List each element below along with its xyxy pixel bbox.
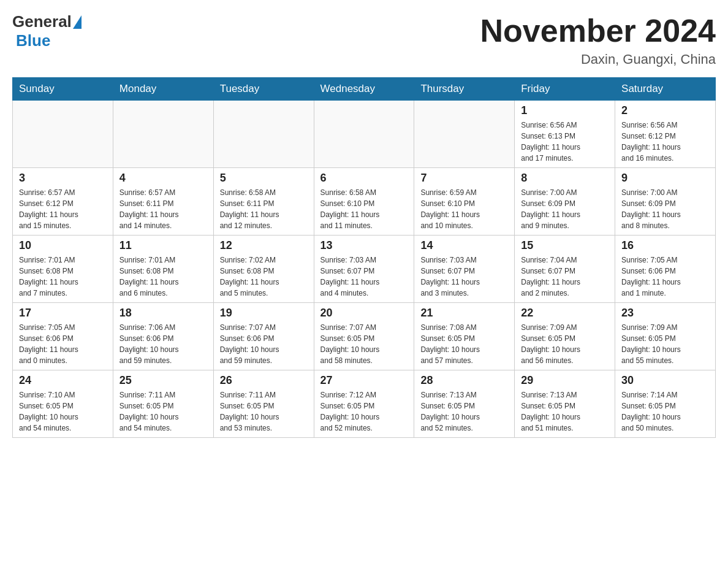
day-info: Sunrise: 7:07 AMSunset: 6:05 PMDaylight:… <box>320 322 408 366</box>
day-info: Sunrise: 6:58 AMSunset: 6:10 PMDaylight:… <box>320 187 408 231</box>
calendar-cell: 2Sunrise: 6:56 AMSunset: 6:12 PMDaylight… <box>615 101 716 168</box>
calendar-cell: 12Sunrise: 7:02 AMSunset: 6:08 PMDayligh… <box>213 236 314 303</box>
calendar-cell: 29Sunrise: 7:13 AMSunset: 6:05 PMDayligh… <box>515 370 615 438</box>
day-info: Sunrise: 7:10 AMSunset: 6:05 PMDaylight:… <box>19 389 107 434</box>
day-info: Sunrise: 7:14 AMSunset: 6:05 PMDaylight:… <box>621 389 709 434</box>
logo-general-text: General <box>12 12 72 31</box>
day-info: Sunrise: 7:12 AMSunset: 6:05 PMDaylight:… <box>320 389 408 434</box>
day-number: 19 <box>220 307 308 320</box>
calendar-cell: 5Sunrise: 6:58 AMSunset: 6:11 PMDaylight… <box>213 168 314 236</box>
day-number: 20 <box>320 307 408 320</box>
calendar-cell: 22Sunrise: 7:09 AMSunset: 6:05 PMDayligh… <box>515 303 615 370</box>
weekday-header-friday: Friday <box>515 78 615 101</box>
calendar-title: November 2024 <box>480 12 716 49</box>
calendar-cell <box>314 101 414 168</box>
day-number: 5 <box>220 172 308 185</box>
day-info: Sunrise: 7:11 AMSunset: 6:05 PMDaylight:… <box>119 389 207 434</box>
day-number: 27 <box>320 374 408 387</box>
calendar-cell <box>113 101 213 168</box>
day-info: Sunrise: 7:00 AMSunset: 6:09 PMDaylight:… <box>521 187 609 231</box>
calendar-subtitle: Daxin, Guangxi, China <box>480 52 716 67</box>
calendar-cell: 7Sunrise: 6:59 AMSunset: 6:10 PMDaylight… <box>414 168 515 236</box>
day-info: Sunrise: 7:03 AMSunset: 6:07 PMDaylight:… <box>420 255 508 299</box>
calendar-cell: 6Sunrise: 6:58 AMSunset: 6:10 PMDaylight… <box>314 168 414 236</box>
day-info: Sunrise: 7:05 AMSunset: 6:06 PMDaylight:… <box>621 255 709 299</box>
calendar-cell: 23Sunrise: 7:09 AMSunset: 6:05 PMDayligh… <box>615 303 716 370</box>
calendar-cell: 15Sunrise: 7:04 AMSunset: 6:07 PMDayligh… <box>515 236 615 303</box>
day-info: Sunrise: 7:13 AMSunset: 6:05 PMDaylight:… <box>420 389 508 434</box>
day-info: Sunrise: 7:03 AMSunset: 6:07 PMDaylight:… <box>320 255 408 299</box>
day-info: Sunrise: 7:09 AMSunset: 6:05 PMDaylight:… <box>621 322 709 366</box>
day-info: Sunrise: 7:01 AMSunset: 6:08 PMDaylight:… <box>19 255 107 299</box>
day-number: 17 <box>19 307 107 320</box>
calendar-table: SundayMondayTuesdayWednesdayThursdayFrid… <box>12 77 716 438</box>
title-area: November 2024 Daxin, Guangxi, China <box>480 12 716 67</box>
calendar-cell: 8Sunrise: 7:00 AMSunset: 6:09 PMDaylight… <box>515 168 615 236</box>
day-info: Sunrise: 7:07 AMSunset: 6:06 PMDaylight:… <box>220 322 308 366</box>
day-number: 8 <box>521 172 609 185</box>
day-number: 14 <box>420 239 508 252</box>
calendar-cell: 25Sunrise: 7:11 AMSunset: 6:05 PMDayligh… <box>113 370 213 438</box>
day-number: 26 <box>220 374 308 387</box>
calendar-cell <box>13 101 113 168</box>
weekday-header-row: SundayMondayTuesdayWednesdayThursdayFrid… <box>13 78 716 101</box>
day-info: Sunrise: 7:09 AMSunset: 6:05 PMDaylight:… <box>521 322 609 366</box>
calendar-cell: 19Sunrise: 7:07 AMSunset: 6:06 PMDayligh… <box>213 303 314 370</box>
week-row-4: 17Sunrise: 7:05 AMSunset: 6:06 PMDayligh… <box>13 303 716 370</box>
calendar-cell: 3Sunrise: 6:57 AMSunset: 6:12 PMDaylight… <box>13 168 113 236</box>
week-row-5: 24Sunrise: 7:10 AMSunset: 6:05 PMDayligh… <box>13 370 716 438</box>
day-number: 3 <box>19 172 107 185</box>
day-info: Sunrise: 7:00 AMSunset: 6:09 PMDaylight:… <box>621 187 709 231</box>
day-info: Sunrise: 7:04 AMSunset: 6:07 PMDaylight:… <box>521 255 609 299</box>
day-number: 21 <box>420 307 508 320</box>
calendar-cell: 16Sunrise: 7:05 AMSunset: 6:06 PMDayligh… <box>615 236 716 303</box>
weekday-header-monday: Monday <box>113 78 213 101</box>
calendar-cell: 14Sunrise: 7:03 AMSunset: 6:07 PMDayligh… <box>414 236 515 303</box>
day-number: 9 <box>621 172 709 185</box>
day-number: 23 <box>621 307 709 320</box>
day-info: Sunrise: 7:11 AMSunset: 6:05 PMDaylight:… <box>220 389 308 434</box>
calendar-cell: 1Sunrise: 6:56 AMSunset: 6:13 PMDaylight… <box>515 101 615 168</box>
calendar-cell: 18Sunrise: 7:06 AMSunset: 6:06 PMDayligh… <box>113 303 213 370</box>
day-number: 24 <box>19 374 107 387</box>
day-info: Sunrise: 6:56 AMSunset: 6:13 PMDaylight:… <box>521 120 609 164</box>
day-info: Sunrise: 6:58 AMSunset: 6:11 PMDaylight:… <box>220 187 308 231</box>
day-number: 15 <box>521 239 609 252</box>
day-number: 10 <box>19 239 107 252</box>
day-info: Sunrise: 7:08 AMSunset: 6:05 PMDaylight:… <box>420 322 508 366</box>
calendar-cell: 27Sunrise: 7:12 AMSunset: 6:05 PMDayligh… <box>314 370 414 438</box>
day-number: 18 <box>119 307 207 320</box>
calendar-cell: 10Sunrise: 7:01 AMSunset: 6:08 PMDayligh… <box>13 236 113 303</box>
calendar-cell: 9Sunrise: 7:00 AMSunset: 6:09 PMDaylight… <box>615 168 716 236</box>
day-info: Sunrise: 6:57 AMSunset: 6:11 PMDaylight:… <box>119 187 207 231</box>
day-number: 6 <box>320 172 408 185</box>
calendar-cell: 21Sunrise: 7:08 AMSunset: 6:05 PMDayligh… <box>414 303 515 370</box>
day-number: 13 <box>320 239 408 252</box>
logo-triangle-icon <box>73 15 82 29</box>
weekday-header-sunday: Sunday <box>13 78 113 101</box>
day-info: Sunrise: 6:56 AMSunset: 6:12 PMDaylight:… <box>621 120 709 164</box>
day-number: 16 <box>621 239 709 252</box>
weekday-header-saturday: Saturday <box>615 78 716 101</box>
day-info: Sunrise: 6:59 AMSunset: 6:10 PMDaylight:… <box>420 187 508 231</box>
week-row-1: 1Sunrise: 6:56 AMSunset: 6:13 PMDaylight… <box>13 101 716 168</box>
logo: General Blue <box>12 12 83 50</box>
day-info: Sunrise: 7:06 AMSunset: 6:06 PMDaylight:… <box>119 322 207 366</box>
calendar-cell: 30Sunrise: 7:14 AMSunset: 6:05 PMDayligh… <box>615 370 716 438</box>
day-number: 1 <box>521 104 609 117</box>
week-row-3: 10Sunrise: 7:01 AMSunset: 6:08 PMDayligh… <box>13 236 716 303</box>
day-info: Sunrise: 7:05 AMSunset: 6:06 PMDaylight:… <box>19 322 107 366</box>
day-info: Sunrise: 7:13 AMSunset: 6:05 PMDaylight:… <box>521 389 609 434</box>
calendar-cell: 17Sunrise: 7:05 AMSunset: 6:06 PMDayligh… <box>13 303 113 370</box>
logo-blue-text: Blue <box>16 31 50 50</box>
weekday-header-thursday: Thursday <box>414 78 515 101</box>
day-number: 30 <box>621 374 709 387</box>
day-number: 29 <box>521 374 609 387</box>
day-number: 25 <box>119 374 207 387</box>
weekday-header-wednesday: Wednesday <box>314 78 414 101</box>
day-number: 12 <box>220 239 308 252</box>
day-number: 2 <box>621 104 709 117</box>
calendar-cell: 11Sunrise: 7:01 AMSunset: 6:08 PMDayligh… <box>113 236 213 303</box>
day-info: Sunrise: 6:57 AMSunset: 6:12 PMDaylight:… <box>19 187 107 231</box>
day-number: 22 <box>521 307 609 320</box>
